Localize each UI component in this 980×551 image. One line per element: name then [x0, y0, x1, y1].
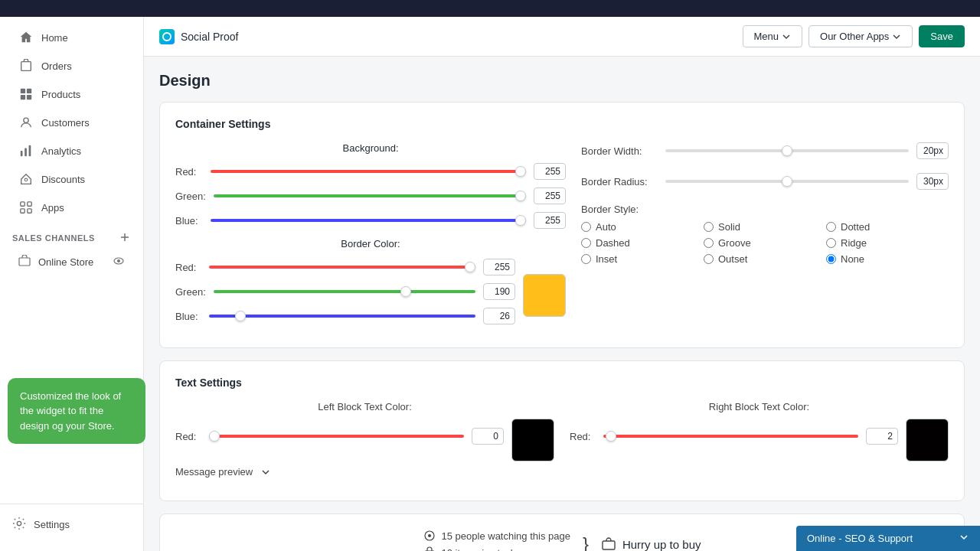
svg-point-17	[17, 521, 21, 525]
border-style-groove[interactable]: Groove	[704, 237, 826, 249]
cart-icon	[601, 536, 616, 551]
bc-green-slider[interactable]	[214, 290, 475, 293]
radio-auto[interactable]	[581, 222, 591, 232]
border-color-label: Border Color:	[175, 238, 566, 249]
sidebar-item-apps-label: Apps	[41, 202, 64, 214]
border-style-none[interactable]: None	[826, 253, 949, 265]
radio-none[interactable]	[826, 254, 836, 264]
text-settings-card: Text Settings Left Block Text Color: Red…	[159, 360, 965, 501]
svg-rect-10	[21, 202, 24, 206]
border-style-dashed[interactable]: Dashed	[581, 237, 704, 249]
svg-rect-13	[28, 209, 31, 213]
bg-green-value[interactable]: 255	[534, 187, 566, 204]
sales-channels-label: SALES CHANNELS	[0, 222, 143, 248]
bc-red-slider[interactable]	[209, 266, 475, 269]
border-style-dotted[interactable]: Dotted	[826, 221, 949, 233]
sidebar-item-products-label: Products	[41, 89, 80, 100]
bg-green-slider[interactable]	[214, 194, 526, 197]
sidebar-item-online-store[interactable]: Online Store	[6, 249, 137, 276]
stock-icon	[423, 546, 436, 551]
radio-outset[interactable]	[704, 254, 714, 264]
bc-red-value[interactable]: 255	[483, 259, 515, 276]
svg-rect-2	[27, 89, 31, 93]
radio-dotted[interactable]	[826, 222, 836, 232]
svg-rect-4	[27, 95, 31, 99]
message-preview-row[interactable]: Message preview	[175, 466, 554, 478]
radio-ridge[interactable]	[826, 238, 836, 248]
online-store-visibility-icon[interactable]	[113, 255, 125, 269]
sidebar-item-home-label: Home	[41, 32, 68, 44]
other-apps-button[interactable]: Our Other Apps	[808, 25, 913, 47]
bc-green-value[interactable]: 190	[483, 283, 515, 300]
sidebar-item-products[interactable]: Products	[6, 80, 137, 108]
customers-icon	[18, 115, 34, 130]
svg-point-16	[117, 259, 120, 262]
left-text-color-preview	[511, 419, 554, 461]
border-radius-row: Border Radius: 30px	[581, 173, 949, 190]
container-settings-title: Container Settings	[175, 118, 949, 130]
bc-blue-slider[interactable]	[209, 315, 475, 318]
border-style-label: Border Style:	[581, 204, 949, 215]
border-width-value[interactable]: 20px	[916, 142, 949, 159]
border-style-outset[interactable]: Outset	[704, 253, 826, 265]
radio-solid[interactable]	[704, 222, 714, 232]
svg-rect-14	[19, 258, 30, 266]
sidebar-item-orders-label: Orders	[41, 60, 72, 72]
right-block-label: Right Block Text Color:	[570, 401, 949, 412]
lt-red-row: Red:	[175, 428, 504, 445]
bc-blue-value[interactable]: 26	[483, 308, 515, 324]
border-width-slider[interactable]	[665, 149, 909, 152]
save-button[interactable]: Save	[919, 25, 965, 47]
left-block-label: Left Block Text Color:	[175, 401, 554, 412]
container-settings-card: Container Settings Background: Red: 255 …	[159, 102, 965, 348]
border-radius-slider[interactable]	[665, 180, 909, 183]
border-radius-value[interactable]: 30px	[916, 173, 949, 190]
menu-button[interactable]: Menu	[743, 25, 803, 47]
sidebar-item-analytics[interactable]: Analytics	[6, 137, 137, 165]
bc-red-label: Red:	[175, 262, 201, 273]
bg-red-row: Red: 255	[175, 163, 566, 180]
border-style-section: Border Style: Auto Solid	[581, 204, 949, 265]
watchers-icon	[423, 530, 436, 542]
bottom-bar-chevron[interactable]	[959, 532, 969, 545]
border-style-auto[interactable]: Auto	[581, 221, 704, 233]
sidebar-item-discounts[interactable]: Discounts	[6, 165, 137, 193]
sidebar-item-customers[interactable]: Customers	[6, 109, 137, 136]
radio-dashed[interactable]	[581, 238, 591, 248]
border-radius-label: Border Radius:	[581, 176, 658, 187]
bg-blue-value[interactable]: 255	[534, 212, 566, 229]
add-sales-channel-button[interactable]	[119, 231, 131, 245]
sidebar-item-home[interactable]: Home	[6, 24, 137, 51]
bg-blue-row: Blue: 255	[175, 212, 566, 229]
sidebar-item-discounts-label: Discounts	[41, 174, 85, 185]
rt-red-row: Red:	[570, 428, 898, 445]
app-logo	[159, 29, 175, 44]
rt-red-value[interactable]	[866, 428, 898, 445]
container-settings-layout: Background: Red: 255 Green: 255 Blu	[175, 142, 949, 332]
bg-red-slider[interactable]	[211, 170, 526, 173]
rt-red-slider[interactable]	[603, 435, 858, 438]
bg-blue-slider[interactable]	[211, 219, 526, 222]
border-style-solid[interactable]: Solid	[704, 221, 826, 233]
lt-red-slider[interactable]	[209, 435, 464, 438]
home-icon	[18, 30, 34, 45]
sidebar-footer: Settings	[0, 504, 143, 551]
sidebar: Home Orders Products Customers	[0, 17, 144, 551]
border-style-ridge[interactable]: Ridge	[826, 237, 949, 249]
preview-stock-text: 10 items in stock	[442, 547, 516, 552]
bg-red-label: Red:	[175, 166, 203, 178]
lt-red-value[interactable]	[472, 428, 504, 445]
svg-rect-8	[29, 145, 31, 156]
radio-groove[interactable]	[704, 238, 714, 248]
rt-red-label: Red:	[570, 431, 596, 442]
radio-inset[interactable]	[581, 254, 591, 264]
settings-nav-item[interactable]: Settings	[0, 510, 143, 539]
svg-rect-21	[603, 541, 615, 549]
bottom-status-bar[interactable]: Online - SEO & Support	[796, 526, 980, 551]
svg-rect-6	[21, 151, 23, 156]
svg-rect-12	[21, 209, 24, 213]
sidebar-item-orders[interactable]: Orders	[6, 52, 137, 80]
sidebar-item-apps[interactable]: Apps	[6, 194, 137, 221]
border-style-inset[interactable]: Inset	[581, 253, 704, 265]
bg-red-value[interactable]: 255	[534, 163, 566, 180]
